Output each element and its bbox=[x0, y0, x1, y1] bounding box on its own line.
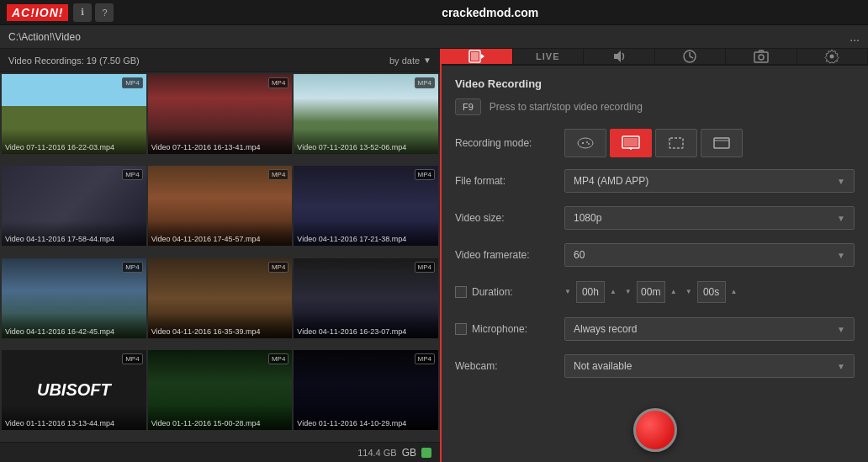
storage-bar: 114.4 GB GB bbox=[0, 442, 440, 462]
thumb-label: Video 07-11-2016 13-52-06.mp4 bbox=[297, 143, 406, 151]
storage-text: 114.4 GB bbox=[357, 448, 396, 458]
address-bar: C:\Action!\Video ... bbox=[0, 25, 868, 49]
thumb-badge: MP4 bbox=[415, 353, 435, 364]
mode-btn-region[interactable] bbox=[655, 129, 697, 157]
duration-checkbox[interactable] bbox=[455, 286, 467, 298]
duration-minutes-down[interactable]: ▼ bbox=[625, 289, 632, 295]
recordings-title: Video Recordings: 19 (7.50 GB) bbox=[8, 56, 389, 66]
video-framerate-label: Video framerate: bbox=[455, 249, 564, 261]
address-menu-button[interactable]: ... bbox=[849, 30, 860, 44]
file-format-control: MP4 (AMD APP) ▼ bbox=[564, 169, 855, 193]
hotkey-row: F9 Press to start/stop video recording bbox=[455, 98, 855, 115]
hotkey-description: Press to start/stop video recording bbox=[490, 101, 643, 113]
thumb-badge: MP4 bbox=[268, 353, 288, 364]
file-format-label: File format: bbox=[455, 175, 564, 187]
recording-mode-label: Recording mode: bbox=[455, 137, 564, 149]
svg-rect-19 bbox=[670, 138, 683, 148]
recording-mode-row: Recording mode: bbox=[455, 129, 855, 157]
video-thumb[interactable]: Video 07-11-2016 13-52-06.mp4MP4 bbox=[294, 74, 438, 154]
tab-schedule[interactable] bbox=[655, 49, 727, 64]
thumb-badge: MP4 bbox=[268, 77, 288, 88]
duration-hours-value: 00h bbox=[580, 286, 601, 298]
file-format-row: File format: MP4 (AMD APP) ▼ bbox=[455, 167, 855, 194]
video-size-value: 1080p bbox=[574, 212, 601, 224]
gamepad-icon bbox=[576, 136, 595, 150]
right-content: Video Recording F9 Press to start/stop v… bbox=[442, 66, 868, 401]
top-bar-icons: ℹ ? bbox=[73, 3, 114, 22]
duration-minutes-up[interactable]: ▲ bbox=[670, 289, 677, 295]
screenshot-tab-icon bbox=[754, 50, 769, 63]
video-framerate-value: 60 bbox=[574, 249, 585, 261]
file-format-value: MP4 (AMD APP) bbox=[574, 175, 648, 187]
file-format-arrow-icon: ▼ bbox=[837, 177, 845, 186]
webcam-arrow-icon: ▼ bbox=[837, 362, 845, 371]
mode-btn-gamepad[interactable] bbox=[564, 129, 606, 157]
microphone-row: Microphone: Always record ▼ bbox=[455, 316, 855, 343]
video-thumb[interactable]: Video 04-11-2016 16-35-39.mp4MP4 bbox=[148, 258, 293, 338]
schedule-tab-icon bbox=[682, 49, 697, 64]
duration-hours-up[interactable]: ▲ bbox=[610, 289, 617, 295]
video-thumb[interactable]: Video 01-11-2016 14-10-29.mp4MP4 bbox=[294, 350, 438, 430]
video-thumb[interactable]: Video 01-11-2016 15-00-28.mp4MP4 bbox=[148, 350, 293, 430]
thumb-badge: MP4 bbox=[122, 77, 142, 88]
thumb-badge: MP4 bbox=[122, 353, 142, 364]
microphone-label: Microphone: bbox=[472, 323, 527, 335]
duration-hours-down[interactable]: ▼ bbox=[564, 289, 571, 295]
video-thumb[interactable]: Video 04-11-2016 16-42-45.mp4MP4 bbox=[2, 258, 146, 338]
video-thumb[interactable]: Video 04-11-2016 17-45-57.mp4MP4 bbox=[148, 166, 293, 246]
record-button[interactable] bbox=[633, 408, 677, 452]
thumb-label: Video 04-11-2016 17-21-38.mp4 bbox=[297, 235, 406, 243]
duration-seconds-up[interactable]: ▲ bbox=[731, 289, 738, 295]
duration-hours-field: 00h bbox=[576, 281, 605, 303]
webcam-row: Webcam: Not available ▼ bbox=[455, 353, 855, 380]
tab-settings[interactable] bbox=[797, 49, 869, 64]
duration-seconds-down[interactable]: ▼ bbox=[685, 289, 692, 295]
tab-live[interactable]: LIVE bbox=[513, 49, 585, 64]
region-icon bbox=[667, 135, 685, 151]
svg-point-8 bbox=[759, 55, 764, 60]
video-size-label: Video size: bbox=[455, 212, 564, 224]
microphone-checkbox[interactable] bbox=[455, 323, 467, 335]
mode-btn-screen[interactable] bbox=[610, 129, 652, 157]
thumb-badge: MP4 bbox=[122, 169, 142, 180]
thumb-label: Video 01-11-2016 14-10-29.mp4 bbox=[297, 419, 406, 427]
mode-buttons bbox=[564, 129, 855, 157]
video-thumb[interactable]: UBISOFTVideo 01-11-2016 13-13-44.mp4MP4 bbox=[2, 350, 146, 430]
microphone-value: Always record bbox=[574, 323, 637, 335]
video-size-row: Video size: 1080p ▼ bbox=[455, 204, 855, 231]
video-framerate-select[interactable]: 60 ▼ bbox=[564, 243, 855, 267]
video-thumb[interactable]: Video 04-11-2016 17-58-44.mp4MP4 bbox=[2, 166, 146, 246]
recordings-header: Video Recordings: 19 (7.50 GB) by date ▼ bbox=[0, 49, 440, 72]
thumb-label: Video 04-11-2016 17-45-57.mp4 bbox=[151, 235, 261, 243]
sort-label[interactable]: by date bbox=[389, 56, 420, 66]
microphone-control: Always record ▼ bbox=[564, 317, 855, 341]
video-thumb[interactable]: Video 07-11-2016 16-22-03.mp4MP4 bbox=[2, 74, 146, 154]
mode-btn-window[interactable] bbox=[701, 129, 743, 157]
video-thumb[interactable]: Video 07-11-2016 16-13-41.mp4MP4 bbox=[148, 74, 293, 154]
video-framerate-control: 60 ▼ bbox=[564, 243, 855, 267]
tab-bar: LIVE bbox=[442, 49, 868, 66]
microphone-arrow-icon: ▼ bbox=[837, 325, 845, 334]
duration-minutes-value: 00m bbox=[641, 286, 661, 298]
video-size-arrow-icon: ▼ bbox=[837, 214, 845, 223]
video-size-select[interactable]: 1080p ▼ bbox=[564, 206, 855, 230]
webcam-select[interactable]: Not available ▼ bbox=[564, 354, 855, 378]
microphone-select[interactable]: Always record ▼ bbox=[564, 317, 855, 341]
help-button[interactable]: ? bbox=[95, 3, 114, 22]
tab-audio[interactable] bbox=[584, 49, 655, 64]
watermark: crackedmod.com bbox=[119, 6, 861, 19]
tab-screenshot[interactable] bbox=[726, 49, 797, 64]
video-thumb[interactable]: Video 04-11-2016 16-23-07.mp4MP4 bbox=[294, 258, 438, 338]
duration-row: Duration: ▼ 00h ▲ ▼ 00 bbox=[455, 279, 855, 305]
live-tab-label: LIVE bbox=[536, 51, 559, 61]
file-format-select[interactable]: MP4 (AMD APP) ▼ bbox=[564, 169, 855, 193]
info-button[interactable]: ℹ bbox=[73, 3, 92, 22]
video-thumb[interactable]: Video 04-11-2016 17-21-38.mp4MP4 bbox=[294, 166, 438, 246]
sort-arrow-icon[interactable]: ▼ bbox=[423, 56, 431, 65]
duration-minutes-field: 00m bbox=[637, 281, 665, 303]
webcam-control: Not available ▼ bbox=[564, 354, 855, 378]
thumb-label: Video 04-11-2016 17-58-44.mp4 bbox=[5, 235, 114, 243]
audio-tab-icon bbox=[611, 49, 627, 64]
tab-video[interactable] bbox=[442, 49, 513, 64]
svg-rect-20 bbox=[714, 138, 729, 148]
